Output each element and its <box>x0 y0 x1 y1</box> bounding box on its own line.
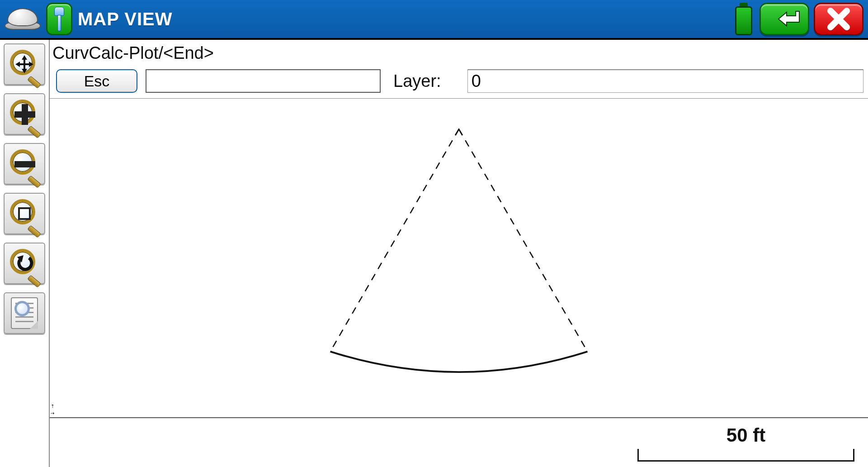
esc-button[interactable]: Esc <box>56 69 137 93</box>
instrument-button[interactable] <box>46 3 72 35</box>
probe-icon <box>54 7 64 31</box>
page-title: MAP VIEW <box>78 9 173 29</box>
main-area: CurvCalc-Plot/<End> Esc Layer: ⇡⇢ 50 ft <box>0 40 868 467</box>
page-icon <box>11 297 38 329</box>
scalebar: 50 ft <box>637 424 854 462</box>
tool-sidebar <box>0 40 50 467</box>
zoom-previous-button[interactable] <box>4 243 45 284</box>
battery-icon <box>732 3 755 35</box>
zoom-extents-button[interactable] <box>4 43 45 85</box>
minus-icon <box>5 144 44 184</box>
command-input[interactable] <box>146 69 381 93</box>
zoom-window-button[interactable] <box>4 193 45 234</box>
svg-marker-0 <box>15 55 33 73</box>
content-area: CurvCalc-Plot/<End> Esc Layer: ⇡⇢ 50 ft <box>50 40 868 467</box>
close-x-icon <box>826 6 851 32</box>
origin-marker: ⇡⇢ <box>51 402 54 416</box>
scalebar-zone: 50 ft <box>50 417 868 467</box>
scalebar-label: 50 ft <box>726 424 765 446</box>
scalebar-bar <box>637 449 854 462</box>
layer-label: Layer: <box>393 71 441 91</box>
layer-field[interactable] <box>467 69 863 93</box>
undo-icon <box>15 254 33 274</box>
window-icon <box>18 207 31 220</box>
zoom-out-button[interactable] <box>4 143 45 185</box>
breadcrumb: CurvCalc-Plot/<End> <box>50 40 868 66</box>
map-drawing <box>50 99 868 417</box>
back-arrow-icon <box>769 9 800 29</box>
command-row: Esc Layer: <box>50 66 868 98</box>
back-button[interactable] <box>760 3 809 35</box>
titlebar: MAP VIEW <box>0 0 868 40</box>
hardhat-icon[interactable] <box>5 5 41 33</box>
close-button[interactable] <box>814 3 863 35</box>
map-canvas[interactable]: ⇡⇢ <box>50 98 868 417</box>
titlebar-left: MAP VIEW <box>5 3 173 35</box>
zoom-in-button[interactable] <box>4 93 45 135</box>
pan-arrows-icon <box>15 55 33 75</box>
page-view-button[interactable] <box>4 292 45 334</box>
plus-icon <box>5 94 44 134</box>
